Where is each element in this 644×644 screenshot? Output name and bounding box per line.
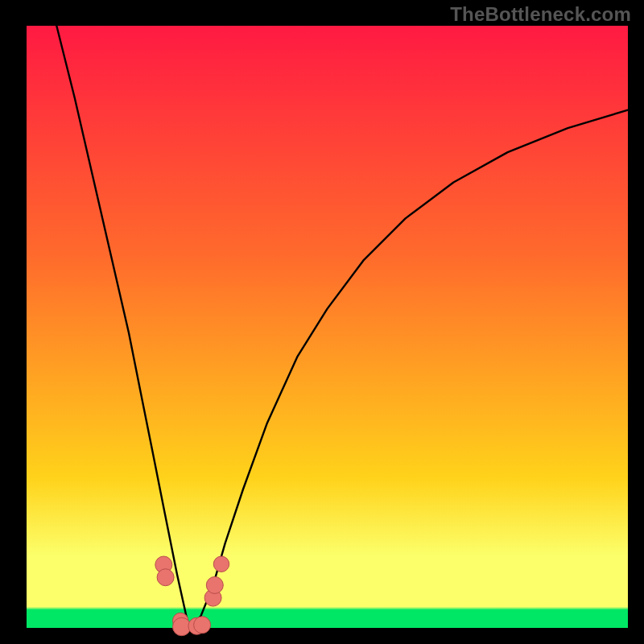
data-marker bbox=[157, 569, 174, 586]
watermark-text: TheBottleneck.com bbox=[450, 3, 631, 26]
data-marker bbox=[206, 576, 223, 593]
chart-svg bbox=[0, 0, 644, 644]
data-marker bbox=[213, 556, 229, 572]
data-markers bbox=[155, 556, 229, 636]
bottleneck-curve bbox=[56, 26, 628, 628]
chart-stage: TheBottleneck.com bbox=[0, 0, 644, 644]
data-marker bbox=[194, 617, 211, 634]
